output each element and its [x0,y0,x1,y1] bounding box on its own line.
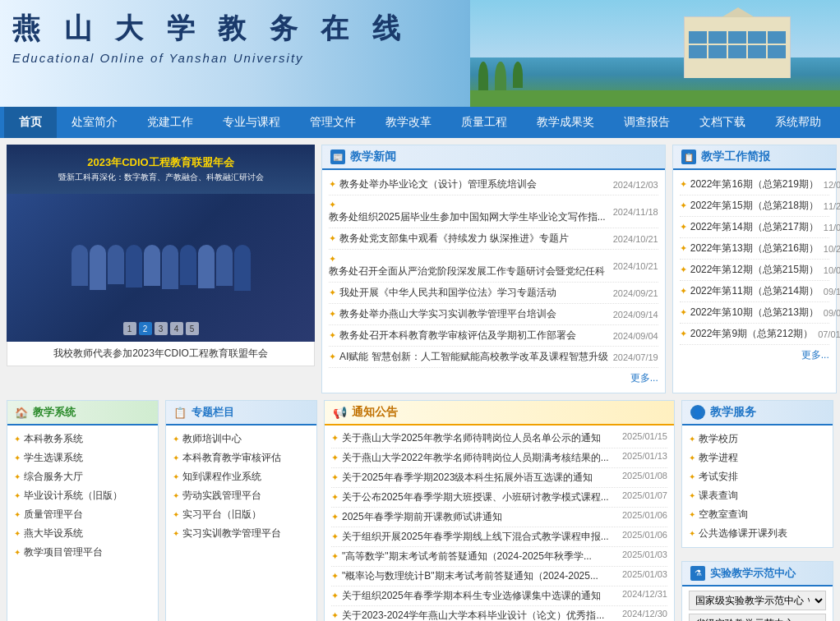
notice-icon: 📢 [333,406,347,419]
zhuanti-title: 专题栏目 [192,405,234,420]
news-link-3[interactable]: 教务处召开全面从严治党阶段深发展工作专题研讨会暨党纪任科 [329,265,605,277]
bulletin-item-3: ✦2022年第13期（总第216期） 10/21 [680,238,829,260]
service-link-2[interactable]: 考试安排 [689,467,826,486]
dot-1[interactable]: 1 [123,322,136,335]
notice-link-2[interactable]: 关于2025年春季学期2023级本科生拓展外语互选课的通知 [342,472,593,483]
news-link-0[interactable]: 教务处举办毕业论文（设计）管理系统培训会 [339,178,537,190]
bulletin-item-7: ✦2022年第9期（总第212期） 07/01 [680,324,829,345]
bulletin-link-0[interactable]: 2022年第16期（总第219期） [690,178,819,190]
bulletin-item-4: ✦2022年第12期（总第215期） 10/06 [680,260,829,281]
nav-item-party[interactable]: 党建工作 [132,107,208,138]
sys-link-1[interactable]: 学生选课系统 [14,448,151,467]
bulletin-body: ✦2022年第16期（总第219期） 12/05 ✦2022年第15期（总第21… [673,170,836,370]
zhuanti-link-2[interactable]: 知到课程作业系统 [173,467,310,486]
notice-link-6[interactable]: "高等数学"期末考试考前答疑通知（2024-2025年秋季学... [342,550,592,562]
dot-4[interactable]: 4 [170,322,183,335]
provincial-lab-select[interactable]: 省级实验教学示范中心：∨ [689,614,826,621]
notice-link-8[interactable]: 关于组织2025年春季学期本科生专业选修课集中选课的通知 [342,590,601,601]
zhuanti-link-4[interactable]: 实习平台（旧版） [173,505,310,524]
sys-link-5[interactable]: 燕大毕设系统 [14,524,151,543]
bulletin-date-0: 12/05 [824,180,840,190]
bulletin-link-5[interactable]: 2022年第11期（总第214期） [690,285,819,297]
nav-item-files[interactable]: 管理文件 [295,107,371,138]
service-link-5[interactable]: 公共选修课开课列表 [689,524,826,543]
site-header: 燕 山 大 学 教 务 在 线 Educational Online of Ya… [0,0,840,107]
notice-date-4: 2025/01/06 [622,510,667,524]
nav-item-major[interactable]: 专业与课程 [208,107,295,138]
dot-2[interactable]: 2 [139,322,152,335]
bulletin-link-4[interactable]: 2022年第12期（总第215期） [690,264,819,275]
sys-link-3[interactable]: 毕业设计系统（旧版） [14,486,151,505]
jiaoxue-system-title: 教学系统 [33,405,76,420]
news-link-5[interactable]: 教务处举办燕山大学实习实训教学管理平台培训会 [339,308,556,320]
sys-link-0[interactable]: 本科教务系统 [14,430,151,448]
service-link-4[interactable]: 空教室查询 [689,505,826,524]
bulletin-link-6[interactable]: 2022年第10期（总第213期） [690,306,819,318]
nav-item-download[interactable]: 文档下载 [685,107,760,138]
bulletin-item-1: ✦2022年第15期（总第218期） 11/26 [680,196,829,217]
bulletin-date-2: 11/07 [824,223,840,232]
bulletin-icon: 📋 [681,150,696,164]
bulletin-header: 📋 教学工作简报 [673,145,836,170]
header-image [470,0,840,107]
nav-item-help[interactable]: 系统帮助 [760,107,836,138]
news-link-7[interactable]: AI赋能 智慧创新：人工智能赋能高校教学改革及课程智慧升级 [339,351,608,362]
nav-item-quality[interactable]: 质量工程 [446,107,522,138]
notice-item-2: ✦关于2025年春季学期2023级本科生拓展外语互选课的通知 2025/01/0… [331,468,667,488]
nav-item-achievement[interactable]: 教学成果奖 [522,107,609,138]
bulletin-link-1[interactable]: 2022年第15期（总第218期） [690,200,819,211]
notice-date-0: 2025/01/15 [622,431,667,445]
notice-link-4[interactable]: 2025年春季学期前开课教师试讲通知 [342,511,502,522]
news-item-5: ✦教务处举办燕山大学实习实训教学管理平台培训会 2024/09/14 [329,304,658,325]
sys-link-2[interactable]: 综合服务大厅 [14,467,151,486]
bulletin-item-2: ✦2022年第14期（总第217期） 11/07 [680,217,829,238]
bulletin-more[interactable]: 更多... [680,345,829,366]
nav-item-intro[interactable]: 处室简介 [57,107,132,138]
notice-date-3: 2025/01/07 [622,490,667,504]
news-link-4[interactable]: 我处开展《中华人民共和国学位法》学习专题活动 [339,287,556,298]
bulletin-link-3[interactable]: 2022年第13期（总第216期） [690,242,819,254]
dot-3[interactable]: 3 [155,322,168,335]
notice-link-0[interactable]: 关于燕山大学2025年教学名师待聘岗位人员名单公示的通知 [342,432,601,444]
zhuanti-link-1[interactable]: 本科教育教学审核评估 [173,448,310,467]
notice-item-8: ✦关于组织2025年春季学期本科生专业选修课集中选课的通知 2024/12/31 [331,586,667,606]
zhuanti-link-0[interactable]: 教师培训中心 [173,430,310,448]
notice-link-5[interactable]: 关于组织开展2025年春季学期线上线下混合式教学课程申报... [342,531,609,542]
bulletin-item-5: ✦2022年第11期（总第214期） 09/19 [680,281,829,302]
bulletin-link-2[interactable]: 2022年第14期（总第217期） [690,221,819,232]
slider-image: 2023年CDIO工程教育联盟年会 暨新工科再深化：数字教育、产教融合、科教融汇… [7,145,315,342]
nav-item-home[interactable]: 首页 [4,107,57,138]
notice-link-3[interactable]: 关于公布2025年春季学期大班授课、小班研讨教学模式课程... [342,491,609,503]
news-icon: 📰 [330,150,345,164]
notice-link-9[interactable]: 关于2023-2024学年燕山大学本科毕业设计（论文）优秀指... [342,610,604,621]
notice-link-7[interactable]: "概率论与数理统计B"期末考试考前答疑通知（2024-2025... [342,570,598,582]
news-header: 📰 教学新闻 [322,145,665,170]
service-link-1[interactable]: 教学进程 [689,448,826,467]
sys-link-6[interactable]: 教学项目管理平台 [14,543,151,562]
right-column: 👤 教学服务 教学校历 教学进程 考试安排 课表查询 空教室查询 公共选修课开课… [681,400,833,621]
zhuanti-link-5[interactable]: 实习实训教学管理平台 [173,524,310,543]
news-link-2[interactable]: 教务处党支部集中观看《持续发力 纵深推进》专题片 [339,232,569,244]
news-more[interactable]: 更多... [329,368,658,389]
news-panel: 📰 教学新闻 ✦教务处举办毕业论文（设计）管理系统培训会 2024/12/03 … [321,145,666,393]
notice-link-1[interactable]: 关于燕山大学2022年教学名师待聘岗位人员期满考核结果的... [342,452,609,463]
service-link-0[interactable]: 教学校历 [689,430,826,448]
dot-5[interactable]: 5 [186,322,199,335]
service-icon: 👤 [690,405,705,420]
bulletin-item-6: ✦2022年第10期（总第213期） 09/02 [680,302,829,324]
news-link-1[interactable]: 教务处组织2025届毕业生参加中国知网大学生毕业论文写作指... [329,211,606,223]
service-link-3[interactable]: 课表查询 [689,486,826,505]
slider-section: 2023年CDIO工程教育联盟年会 暨新工科再深化：数字教育、产教融合、科教融汇… [7,145,315,393]
nav-item-reform[interactable]: 教学改革 [371,107,446,138]
news-date-3: 2024/10/21 [613,261,658,271]
notice-date-2: 2025/01/08 [622,471,667,485]
national-lab-select[interactable]: 国家级实验教学示范中心 ∨ [689,591,826,610]
news-date-0: 2024/12/03 [613,180,658,190]
bulletin-link-7[interactable]: 2022年第9期（总第212期） [690,328,813,339]
nav-item-survey[interactable]: 调查报告 [609,107,685,138]
sys-link-4[interactable]: 质量管理平台 [14,505,151,524]
jiaoxue-system-header: 🏠 教学系统 [7,401,158,426]
zhuanti-link-3[interactable]: 劳动实践管理平台 [173,486,310,505]
notice-date-6: 2025/01/03 [622,550,667,564]
news-link-6[interactable]: 教务处召开本科教育教学审核评估及学期初工作部署会 [339,329,576,341]
